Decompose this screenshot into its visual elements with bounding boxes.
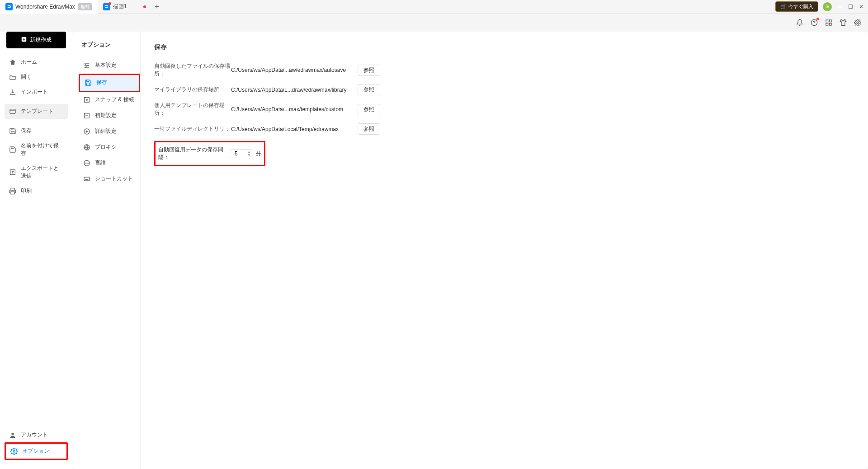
settings-icon[interactable] xyxy=(854,19,862,27)
menu-options-label: オプション xyxy=(22,447,49,455)
secondary-toolbar xyxy=(0,14,868,32)
row-label: 個人用テンプレートの保存場所： xyxy=(154,102,231,117)
snap-icon xyxy=(83,96,90,103)
new-file-label: 新規作成 xyxy=(30,36,52,44)
menu-print[interactable]: 印刷 xyxy=(5,183,68,198)
opt-save-label: 保存 xyxy=(96,79,107,86)
row-path: C:/Users/ws/AppData/...aw/edrawmax/autos… xyxy=(231,67,349,73)
options-body: 保存 自動回復したファイルの保存場所： C:/Users/ws/AppData/… xyxy=(140,32,868,469)
advanced-icon xyxy=(83,128,90,135)
opt-language[interactable]: 言語 xyxy=(79,155,140,170)
spinner-down-icon[interactable]: ▼ xyxy=(247,154,251,157)
file-menu-sidebar: 新規作成 ホーム 開く インポート テンプレート 保存 名前を付けて保存 xyxy=(0,32,72,469)
svg-point-19 xyxy=(86,99,88,100)
row-label: 自動回復したファイルの保存場所： xyxy=(154,62,231,78)
free-badge: 無料 xyxy=(78,3,92,10)
workspace: 新規作成 ホーム 開く インポート テンプレート 保存 名前を付けて保存 xyxy=(0,32,868,469)
interval-stepper[interactable]: ▲ ▼ xyxy=(230,149,252,158)
app-logo-icon: ⊃ xyxy=(5,3,13,10)
unsaved-dot-icon xyxy=(143,5,146,8)
browse-button[interactable]: 参照 xyxy=(358,84,380,95)
plus-icon xyxy=(21,36,27,44)
menu-export[interactable]: エクスポートと送信 xyxy=(5,161,68,183)
interval-unit: 分 xyxy=(256,150,261,158)
account-icon xyxy=(9,431,16,439)
opt-advanced[interactable]: 詳細設定 xyxy=(79,124,140,139)
row-template-path: 個人用テンプレートの保存場所： C:/Users/ws/AppData/...m… xyxy=(154,102,854,117)
options-icon xyxy=(10,448,18,455)
menu-open[interactable]: 開く xyxy=(5,70,68,84)
import-icon xyxy=(9,89,16,96)
new-file-button[interactable]: 新規作成 xyxy=(6,32,66,48)
maximize-icon[interactable]: ☐ xyxy=(847,4,854,10)
document-tab[interactable]: ⊃ 描画1 xyxy=(98,0,151,14)
menu-save-as[interactable]: 名前を付けて保存 xyxy=(5,138,68,161)
menu-account-label: アカウント xyxy=(21,431,48,439)
minimize-icon[interactable]: — xyxy=(836,4,843,10)
svg-rect-3 xyxy=(829,20,831,22)
opt-initial-label: 初期設定 xyxy=(95,112,117,119)
highlight-interval: 自動回復用データの保存間隔： ▲ ▼ 分 xyxy=(154,141,265,166)
opt-proxy[interactable]: プロキシ xyxy=(79,140,140,155)
document-tab-label: 描画1 xyxy=(113,3,127,10)
options-panel: オプション 基本設定 保存 スナップ & 接続 初期設 xyxy=(72,32,868,469)
svg-rect-24 xyxy=(84,177,90,181)
help-icon[interactable] xyxy=(810,19,818,27)
options-title: オプション xyxy=(79,41,140,49)
row-library-path: マイライブラリの保存場所： C:/Users/ws/AppData/L...dr… xyxy=(154,84,854,95)
opt-language-label: 言語 xyxy=(95,159,106,167)
opt-snap[interactable]: スナップ & 接続 xyxy=(79,92,140,107)
bell-icon[interactable] xyxy=(796,19,804,27)
opt-basic-label: 基本設定 xyxy=(95,61,117,69)
row-label: 一時ファイルディレクトリリ： xyxy=(154,125,231,133)
menu-save-label: 保存 xyxy=(21,127,32,135)
menu-print-label: 印刷 xyxy=(21,187,32,195)
svg-point-10 xyxy=(11,432,14,435)
grid-icon[interactable] xyxy=(825,19,833,27)
opt-basic[interactable]: 基本設定 xyxy=(79,58,140,73)
menu-import[interactable]: インポート xyxy=(5,84,68,99)
options-nav: オプション 基本設定 保存 スナップ & 接続 初期設 xyxy=(72,32,140,469)
avatar[interactable]: Iv xyxy=(823,2,832,11)
menu-save-as-label: 名前を付けて保存 xyxy=(21,142,63,157)
interval-label: 自動回復用データの保存間隔： xyxy=(158,146,230,161)
export-icon xyxy=(9,169,16,176)
menu-template-label: テンプレート xyxy=(21,108,53,115)
svg-point-11 xyxy=(13,450,15,452)
interval-input[interactable] xyxy=(235,150,247,157)
browse-button[interactable]: 参照 xyxy=(358,65,380,76)
row-autosave-path: 自動回復したファイルの保存場所： C:/Users/ws/AppData/...… xyxy=(154,62,854,78)
menu-save[interactable]: 保存 xyxy=(5,123,68,138)
menu-open-label: 開く xyxy=(21,73,32,81)
opt-shortcut[interactable]: ショートカット xyxy=(79,171,140,186)
opt-initial[interactable]: 初期設定 xyxy=(79,108,140,123)
menu-template[interactable]: テンプレート xyxy=(5,104,68,119)
browse-button[interactable]: 参照 xyxy=(358,123,380,135)
svg-rect-9 xyxy=(11,192,14,194)
close-icon[interactable]: ✕ xyxy=(858,4,864,10)
row-path: C:/Users/ws/AppData/L...draw/edrawmax/li… xyxy=(231,87,349,93)
svg-point-16 xyxy=(87,65,89,66)
menu-home-label: ホーム xyxy=(21,58,37,66)
opt-save[interactable]: 保存 xyxy=(80,75,139,90)
notification-dot-icon xyxy=(816,18,819,20)
row-label: マイライブラリの保存場所： xyxy=(154,86,231,94)
template-icon xyxy=(9,108,16,115)
menu-export-label: エクスポートと送信 xyxy=(21,164,63,180)
sliders-icon xyxy=(83,62,90,69)
row-temp-path: 一時ファイルディレクトリリ： C:/Users/ws/AppData/Local… xyxy=(154,123,854,135)
disk-icon xyxy=(85,79,92,86)
svg-rect-18 xyxy=(85,97,90,102)
menu-options[interactable]: オプション xyxy=(6,444,66,459)
save-as-icon xyxy=(9,146,16,153)
document-icon: ⊃ xyxy=(103,3,110,10)
buy-now-button[interactable]: 🛒 今すぐ購入 xyxy=(775,1,818,12)
svg-point-6 xyxy=(857,22,859,23)
browse-button[interactable]: 参照 xyxy=(358,104,380,115)
new-tab-button[interactable]: ＋ xyxy=(151,2,162,11)
shirt-icon[interactable] xyxy=(839,19,847,27)
menu-account[interactable]: アカウント xyxy=(5,427,68,442)
center-area: オプション 基本設定 保存 スナップ & 接続 初期設 xyxy=(72,32,868,469)
app-tab[interactable]: ⊃ Wondershare EdrawMax 無料 xyxy=(0,0,98,14)
menu-home[interactable]: ホーム xyxy=(5,55,68,70)
